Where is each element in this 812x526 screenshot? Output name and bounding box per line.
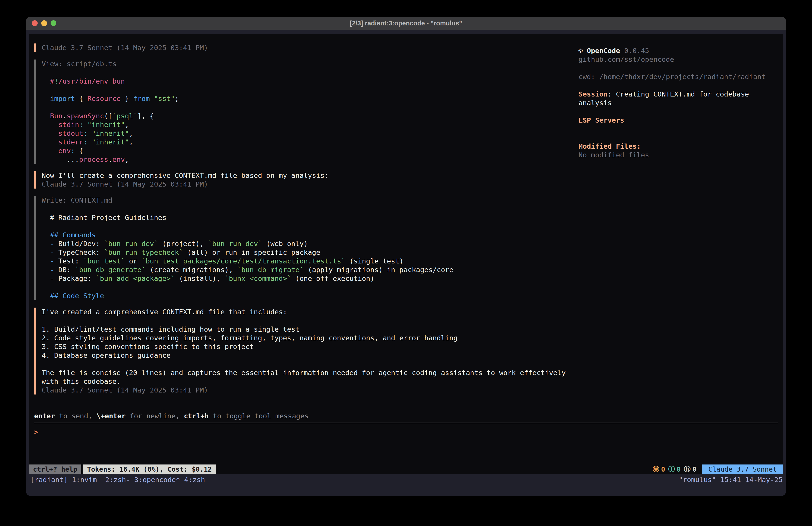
sidebar-line: Session: Creating CONTEXT.md for codebas…	[579, 90, 780, 99]
sidebar-line: © OpenCode 0.0.45	[579, 46, 780, 55]
minimize-button[interactable]	[41, 20, 47, 26]
warning-count-value: 0	[661, 465, 665, 473]
sidebar-line: cwd: /home/thdxr/dev/projects/radiant/ra…	[579, 72, 780, 81]
terminal-content: Claude 3.7 Sonnet (14 May 2025 03:41 PM)…	[29, 34, 783, 474]
input-area: enter to send, \+enter for newline, ctrl…	[34, 412, 778, 461]
sidebar-line	[579, 81, 780, 90]
chat-line: stdout: "inherit",	[42, 129, 179, 138]
chat-line: # Radiant Project Guidelines	[42, 213, 453, 222]
chat-line: - Package: `bun add <package>` (install)…	[42, 274, 453, 283]
chat-line	[42, 103, 179, 112]
chat-line: Claude 3.7 Sonnet (14 May 2025 03:41 PM)	[42, 386, 566, 395]
chat-line: Write: CONTEXT.md	[42, 196, 453, 204]
chat-line: - Test: `bun test` or `bun test packages…	[42, 257, 453, 266]
chat-transcript: Claude 3.7 Sonnet (14 May 2025 03:41 PM)…	[34, 43, 578, 402]
chat-line: ## Commands	[42, 231, 453, 239]
info-count-value: 0	[677, 465, 681, 473]
block-border-bar	[34, 196, 36, 300]
block-border-bar	[34, 308, 36, 395]
message-header-block: Claude 3.7 Sonnet (14 May 2025 03:41 PM)	[34, 43, 578, 52]
block-border-bar	[34, 59, 36, 164]
lsp-diagnostics: ⓦ0ⓘ0ⓗ0	[653, 465, 696, 474]
hint-count: ⓗ0	[684, 465, 696, 474]
sidebar-line	[579, 133, 780, 142]
sidebar-line	[579, 125, 780, 133]
prompt-caret: >	[34, 428, 38, 436]
warning-count: ⓦ0	[653, 465, 665, 474]
chat-line: 1. Build/lint/test commands including ho…	[42, 325, 566, 333]
chat-line: View: script/db.ts	[42, 59, 179, 68]
chat-line: ...process.env,	[42, 155, 179, 164]
window-controls	[32, 17, 56, 30]
chat-line: - TypeCheck: `bun run typecheck` (all) o…	[42, 248, 453, 257]
tool-write-block: Write: CONTEXT.md # Radiant Project Guid…	[34, 196, 578, 300]
session-sidebar: © OpenCode 0.0.45github.com/sst/opencode…	[579, 46, 780, 159]
chat-line	[42, 360, 566, 368]
chat-line: stdin: "inherit",	[42, 120, 179, 129]
chat-line: The file is concise (20 lines) and captu…	[42, 368, 566, 377]
chat-line	[42, 222, 453, 231]
titlebar[interactable]: [2/3] radiant:3:opencode - "romulus"	[26, 17, 786, 30]
chat-line: 2. Code style guidelines covering import…	[42, 333, 566, 342]
chat-line	[42, 68, 179, 77]
sidebar-line: github.com/sst/opencode	[579, 55, 780, 64]
hint-count-icon: ⓗ	[684, 465, 691, 474]
tokens-cost-chip: Tokens: 16.4K (8%), Cost: $0.12	[83, 465, 216, 474]
chat-line: I've created a comprehensive CONTEXT.md …	[42, 308, 566, 316]
assistant-text-block: Now I'll create a comprehensive CONTEXT.…	[34, 171, 578, 188]
sidebar-line	[579, 107, 780, 116]
chat-line: #!/usr/bin/env bun	[42, 77, 179, 86]
message-editor[interactable]: >	[34, 423, 778, 461]
chat-line: with this codebase.	[42, 377, 566, 386]
tool-view-block: View: script/db.ts #!/usr/bin/env bun im…	[34, 59, 578, 164]
chat-line: ## Code Style	[42, 292, 453, 300]
chat-line: - DB: `bun db generate` (create migratio…	[42, 266, 453, 274]
chat-line	[42, 86, 179, 94]
info-count-icon: ⓘ	[668, 465, 675, 474]
tmux-session-info: "romulus" 15:41 14-May-25	[679, 475, 783, 484]
block-body: Now I'll create a comprehensive CONTEXT.…	[42, 171, 329, 188]
block-body: I've created a comprehensive CONTEXT.md …	[42, 308, 566, 395]
chat-line: import { Resource } from "sst";	[42, 94, 179, 103]
keybinding-hints: enter to send, \+enter for newline, ctrl…	[34, 412, 778, 420]
chat-line: Now I'll create a comprehensive CONTEXT.…	[42, 171, 329, 180]
info-count: ⓘ0	[668, 465, 681, 474]
sidebar-line	[579, 64, 780, 72]
block-body: Write: CONTEXT.md # Radiant Project Guid…	[42, 196, 453, 300]
chat-line	[42, 283, 453, 292]
assistant-text-block: I've created a comprehensive CONTEXT.md …	[34, 308, 578, 395]
chat-line	[42, 316, 566, 325]
chat-line: env: {	[42, 146, 179, 155]
status-bar: ctrl+? help Tokens: 16.4K (8%), Cost: $0…	[29, 465, 783, 474]
block-border-bar	[34, 171, 36, 188]
hint-count-value: 0	[692, 465, 696, 473]
window-title: [2/3] radiant:3:opencode - "romulus"	[350, 19, 462, 27]
tmux-window-list[interactable]: [radiant] 1:nvim 2:zsh- 3:opencode* 4:zs…	[30, 475, 205, 484]
block-border-bar	[34, 43, 36, 52]
chat-line	[42, 204, 453, 213]
status-spacer	[216, 465, 653, 474]
chat-line: 3. CSS styling conventions specific to t…	[42, 342, 566, 351]
sidebar-line: No modified files	[579, 151, 780, 159]
block-body: View: script/db.ts #!/usr/bin/env bun im…	[42, 59, 179, 164]
chat-line: Claude 3.7 Sonnet (14 May 2025 03:41 PM)	[42, 180, 329, 188]
sidebar-line: analysis	[579, 99, 780, 107]
close-button[interactable]	[32, 20, 38, 26]
chat-line: 4. Database operations guidance	[42, 351, 566, 360]
help-shortcut-chip[interactable]: ctrl+? help	[29, 465, 81, 474]
warning-count-icon: ⓦ	[653, 465, 659, 474]
sidebar-line: Modified Files:	[579, 142, 780, 151]
model-chip[interactable]: Claude 3.7 Sonnet	[702, 465, 783, 474]
terminal-window: [2/3] radiant:3:opencode - "romulus" Cla…	[26, 17, 786, 496]
chat-line: Claude 3.7 Sonnet (14 May 2025 03:41 PM)	[42, 43, 208, 52]
chat-line: - Build/Dev: `bun run dev` (project), `b…	[42, 239, 453, 248]
maximize-button[interactable]	[50, 20, 56, 26]
chat-line: stderr: "inherit",	[42, 138, 179, 146]
tmux-status-bar: [radiant] 1:nvim 2:zsh- 3:opencode* 4:zs…	[29, 474, 783, 496]
block-body: Claude 3.7 Sonnet (14 May 2025 03:41 PM)	[42, 43, 208, 52]
sidebar-line: LSP Servers	[579, 116, 780, 125]
chat-line: Bun.spawnSync([`psql`], {	[42, 112, 179, 120]
